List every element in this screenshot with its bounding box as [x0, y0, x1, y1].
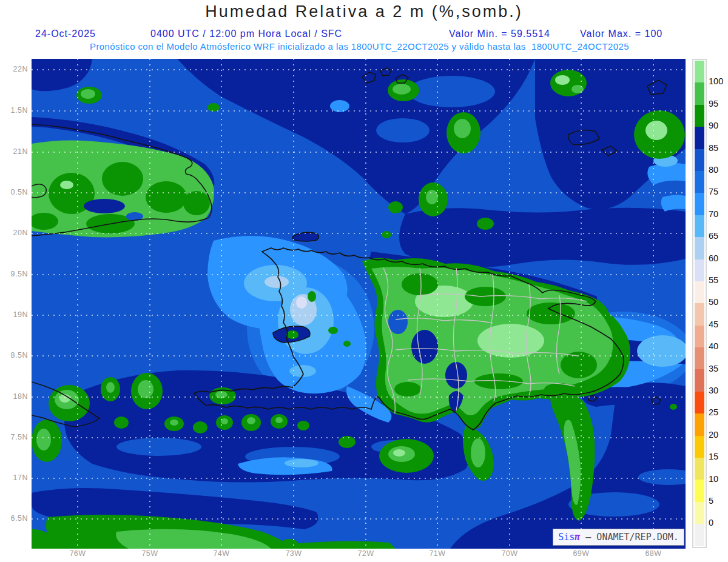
- colorbar-segment: [695, 127, 704, 149]
- colorbar-segment: [695, 303, 704, 325]
- colorbar-segment: [695, 524, 704, 546]
- colorbar-tick: 15: [709, 452, 728, 461]
- lat-axis-label: 0.5N: [0, 188, 28, 196]
- forecast-page: Humedad Relativa a 2 m (%,somb.) 24-Oct-…: [0, 0, 728, 562]
- lon-axis-label: 72W: [352, 549, 379, 558]
- colorbar-tick: 55: [709, 275, 728, 285]
- colorbar-segment: [695, 347, 704, 369]
- colorbar-tick: 80: [709, 165, 728, 175]
- colorbar-segment: [695, 171, 704, 193]
- page-title: Humedad Relativa a 2 m (%,somb.): [0, 2, 728, 21]
- colorbar-tick: 50: [709, 297, 728, 307]
- lon-axis-label: 74W: [208, 549, 235, 558]
- colorbar-tick: 90: [709, 121, 728, 130]
- colorbar-segment: [695, 61, 704, 82]
- colorbar-segment: [695, 502, 704, 524]
- colorbar-tick: 45: [709, 319, 728, 329]
- colorbar-segment: [695, 237, 704, 259]
- colorbar-segment: [695, 105, 704, 127]
- colorbar-tick: 20: [709, 430, 728, 440]
- map-canvas: [32, 59, 686, 549]
- lon-axis-label: 68W: [640, 549, 667, 558]
- pi-icon: π: [575, 532, 580, 543]
- colorbar-segment: [695, 281, 704, 303]
- forecast-date: 24-Oct-2025: [35, 28, 96, 39]
- lon-axis-label: 75W: [136, 549, 163, 558]
- colorbar-tick: 10: [709, 474, 728, 484]
- lat-axis-label: 8.5N: [0, 351, 28, 360]
- lat-axis-label: 21N: [0, 147, 28, 156]
- lat-axis-label: 20N: [0, 229, 28, 237]
- lat-axis-label: 22N: [0, 65, 28, 73]
- lon-axis-label: 70W: [496, 549, 523, 558]
- colorbar-tick: 30: [709, 386, 728, 395]
- forecast-time: 0400 UTC / 12:00 pm Hora Local / SFC: [150, 28, 342, 39]
- colorbar-tick: 85: [709, 143, 728, 153]
- lon-axis-label: 76W: [64, 549, 91, 558]
- value-max-label: Valor Max. = 100: [580, 28, 662, 39]
- lat-axis-label: 9.5N: [0, 270, 28, 278]
- colorbar-tick: 25: [709, 407, 728, 417]
- colorbar-tick: 35: [709, 364, 728, 373]
- colorbar-segment: [695, 436, 704, 458]
- lat-axis-label: 18N: [0, 392, 28, 401]
- colorbar-segment: [695, 480, 704, 501]
- watermark-sis: Sis: [558, 532, 575, 543]
- lat-axis-label: 17N: [0, 473, 28, 482]
- colorbar-tick: 40: [709, 341, 728, 351]
- colorbar-segment: [695, 392, 704, 413]
- watermark-org: – ONAMET/REP.DOM.: [580, 532, 679, 543]
- colorbar-tick: 95: [709, 99, 728, 109]
- colorbar-tick: 0: [709, 518, 728, 527]
- value-min-label: Valor Min. = 59.5514: [449, 28, 550, 39]
- colorbar-tick: 100: [709, 76, 728, 86]
- lon-axis-label: 69W: [568, 549, 595, 558]
- lon-axis-label: 73W: [280, 549, 307, 558]
- colorbar: [692, 59, 707, 548]
- colorbar-tick: 70: [709, 209, 728, 219]
- colorbar-segment: [695, 149, 704, 171]
- lat-axis-label: 6.5N: [0, 514, 28, 523]
- lon-axis-label: 71W: [424, 549, 451, 558]
- watermark: Sisπ – ONAMET/REP.DOM.: [553, 529, 684, 546]
- colorbar-segment: [695, 369, 704, 391]
- colorbar-tick: 75: [709, 187, 728, 196]
- lat-axis-label: 1.5N: [0, 106, 28, 115]
- lat-axis-label: 7.5N: [0, 433, 28, 441]
- colorbar-segment: [695, 326, 704, 347]
- colorbar-tick: 5: [709, 496, 728, 506]
- colorbar-segment: [695, 82, 704, 104]
- colorbar-segment: [695, 193, 704, 215]
- lat-axis-label: 19N: [0, 310, 28, 319]
- forecast-map: [32, 59, 686, 549]
- model-init-line: Pronóstico con el Modelo Atmósferico WRF…: [0, 41, 719, 52]
- colorbar-tick: 65: [709, 231, 728, 241]
- colorbar-segment: [695, 458, 704, 480]
- colorbar-segment: [695, 259, 704, 281]
- colorbar-segment: [695, 215, 704, 237]
- colorbar-segment: [695, 413, 704, 435]
- colorbar-tick: 60: [709, 253, 728, 263]
